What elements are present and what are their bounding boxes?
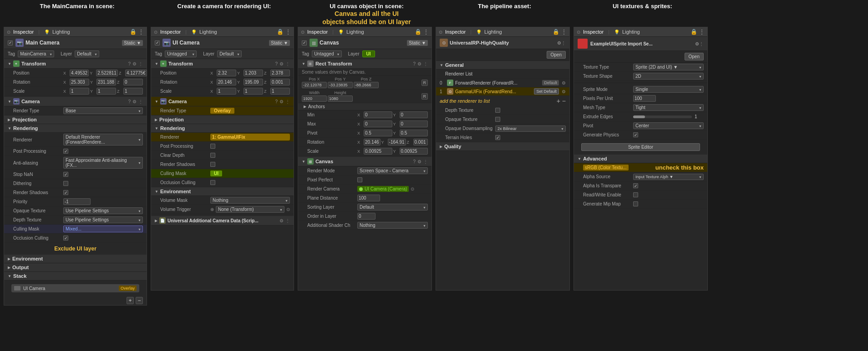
set-default-btn[interactable]: Set Default	[534, 88, 559, 95]
quality-section[interactable]: ▶ Quality	[436, 142, 569, 151]
anchor-max-x[interactable]: 0	[364, 120, 392, 127]
depth-texture-dropdown-1[interactable]: Use Pipeline Settings	[63, 216, 143, 223]
pos-z-1[interactable]: 4.12775€	[125, 70, 147, 76]
panel3-lock[interactable]: 🔒	[415, 29, 421, 35]
culling-mask-dropdown-1[interactable]: Mixed...	[63, 226, 143, 232]
rect-scale-y[interactable]: 0.00925	[400, 148, 428, 155]
output-section-1[interactable]: ▶ Output	[4, 263, 147, 272]
rect-r-btn-2[interactable]: R	[421, 93, 428, 100]
priority-input-1[interactable]: -1	[63, 198, 91, 205]
tab-inspector-2[interactable]: Inspector	[160, 29, 181, 35]
main-camera-layer[interactable]: Default	[75, 50, 99, 57]
remove-renderer-btn[interactable]: −	[562, 97, 566, 105]
tab-lighting-4[interactable]: Lighting	[484, 29, 502, 35]
tab-inspector-1[interactable]: Inspector	[13, 29, 34, 35]
alpha-source-dropdown[interactable]: Input Texture Alph ▼	[633, 174, 704, 180]
srgb-checkbox-highlight[interactable]: sRGB (Color Textu...	[583, 165, 629, 170]
terrain-holes-check[interactable]	[495, 135, 500, 140]
rect-scale-x[interactable]: 0.00925	[364, 148, 392, 155]
anchors-subsection[interactable]: ▶ Anchors	[298, 103, 431, 110]
stack-section-1[interactable]: ▼ Stack	[4, 272, 147, 281]
renderer-1-settings[interactable]: ⚙	[562, 89, 566, 94]
post-processing-check-2[interactable]	[210, 144, 215, 149]
rect-rot-x[interactable]: 20.146	[364, 139, 381, 145]
rot-y-1[interactable]: 231.188	[96, 79, 116, 85]
sprite-settings-icon[interactable]: ⚙	[695, 41, 699, 46]
generate-mip-check[interactable]	[633, 201, 638, 206]
texture-type-dropdown[interactable]: Sprite (2D and UI) ▼	[633, 64, 704, 70]
camera-section-1[interactable]: ▼ 📷 Camera ? ⚙ ⋮	[4, 97, 147, 106]
plane-distance-val[interactable]: 100	[357, 195, 380, 201]
anchor-min-y[interactable]: 0	[400, 111, 428, 118]
panel4-menu[interactable]: ⋮	[561, 29, 567, 35]
extrude-slider[interactable]	[633, 115, 692, 118]
culling-mask-ui-badge[interactable]: UI	[210, 170, 222, 176]
anchor-max-y[interactable]: 0	[400, 120, 428, 127]
rect-rot-z[interactable]: 0.001	[413, 139, 428, 145]
rect-pos-x[interactable]: -22.12078	[302, 82, 327, 88]
tab-lighting-3[interactable]: Lighting	[346, 29, 364, 35]
render-shadows-check-1[interactable]	[63, 190, 68, 195]
texture-shape-dropdown[interactable]: 2D	[633, 73, 704, 80]
opaque-downsampling-dropdown[interactable]: 2x Bilinear	[495, 125, 566, 132]
canvas-section[interactable]: ▼ ▦ Canvas ? ⚙ ⋮	[298, 157, 431, 166]
scale-y-2[interactable]: 1	[244, 88, 263, 95]
depth-texture-check-4[interactable]	[495, 108, 500, 113]
projection-section-2[interactable]: ▶ Projection	[151, 115, 294, 124]
dithering-check-1[interactable]	[63, 181, 68, 186]
canvas-tag[interactable]: Untagged	[312, 50, 341, 57]
pos-x-2[interactable]: 2.32	[217, 70, 236, 76]
panel5-lock[interactable]: 🔒	[690, 29, 697, 35]
rendering-section-1[interactable]: ▼ Rendering	[4, 124, 147, 133]
order-in-layer-val[interactable]: 0	[357, 213, 376, 220]
pos-y-1[interactable]: 2.522811	[96, 70, 118, 76]
add-renderer-btn[interactable]: +	[557, 97, 560, 105]
additional-shader-dropdown[interactable]: Nothing	[357, 222, 428, 229]
environment-section-1[interactable]: ▶ Environment	[4, 255, 147, 263]
pipeline-open-btn[interactable]: Open	[547, 51, 566, 59]
advanced-section[interactable]: ▼ Advanced	[574, 155, 707, 163]
tab-lighting-5[interactable]: Lighting	[622, 29, 640, 35]
rect-transform-section[interactable]: ▼ ⊞ Rect Transform ? ⚙ ⋮	[298, 59, 431, 69]
rect-width[interactable]: 1920	[302, 95, 327, 102]
occlusion-culling-check-1[interactable]	[63, 236, 68, 241]
additional-section-2[interactable]: ▶ 📄 Universal Additional Camera Data (Sc…	[151, 216, 294, 226]
ui-camera-layer[interactable]: Default	[217, 50, 242, 57]
canvas-layer-ui[interactable]: UI	[362, 50, 375, 57]
read-write-check[interactable]	[633, 192, 638, 197]
volume-mask-dropdown[interactable]: Nothing	[210, 197, 290, 204]
camera-section-2[interactable]: ▼ 📷 Camera ? ⚙ ⋮	[151, 97, 294, 106]
panel1-lock[interactable]: 🔒	[130, 29, 137, 35]
rect-height[interactable]: 1080	[328, 95, 353, 102]
volume-trigger-dropdown[interactable]: None (Transform)	[216, 206, 284, 213]
main-camera-tag[interactable]: MainCamera	[18, 50, 54, 57]
pipeline-more-icon[interactable]: ⋮	[561, 40, 566, 45]
rot-z-1[interactable]: 0	[123, 79, 143, 85]
panel5-menu[interactable]: ⋮	[699, 29, 705, 35]
stack-remove-btn[interactable]: −	[136, 297, 143, 304]
post-processing-check-1[interactable]	[63, 149, 68, 154]
pivot-y[interactable]: 0.5	[400, 130, 428, 136]
renderer-highlight-2[interactable]: 1: GammaUIFix	[210, 134, 290, 140]
panel2-lock[interactable]: 🔒	[277, 29, 284, 35]
panel3-menu[interactable]: ⋮	[423, 29, 429, 35]
panel2-menu[interactable]: ⋮	[285, 29, 291, 35]
scale-x-2[interactable]: 1	[217, 88, 236, 95]
pos-z-2[interactable]: 2.378	[270, 70, 290, 76]
generate-physics-check[interactable]	[633, 132, 638, 137]
opaque-texture-check-4[interactable]	[495, 117, 500, 122]
scale-z-1[interactable]: 1	[123, 88, 143, 95]
sprite-open-btn[interactable]: Open	[685, 53, 704, 60]
panel4-lock[interactable]: 🔒	[553, 29, 559, 35]
pos-x-1[interactable]: 4.49532	[70, 70, 89, 76]
scale-x-1[interactable]: 1	[70, 88, 89, 95]
rot-x-2[interactable]: 20.146	[217, 79, 236, 85]
sprite-mode-dropdown[interactable]: Single	[633, 86, 704, 93]
ui-camera-checkbox[interactable]	[155, 40, 160, 45]
rot-y-2[interactable]: 195.09	[244, 79, 263, 85]
alpha-transparent-check[interactable]	[633, 183, 638, 188]
tab-lighting-1[interactable]: Lighting	[52, 29, 70, 35]
transform-section-1[interactable]: ▼ ✦ Transform ? ⚙ ⋮	[4, 59, 147, 69]
general-section[interactable]: ▼ General	[436, 61, 569, 70]
tab-inspector-3[interactable]: Inspector	[307, 29, 328, 35]
